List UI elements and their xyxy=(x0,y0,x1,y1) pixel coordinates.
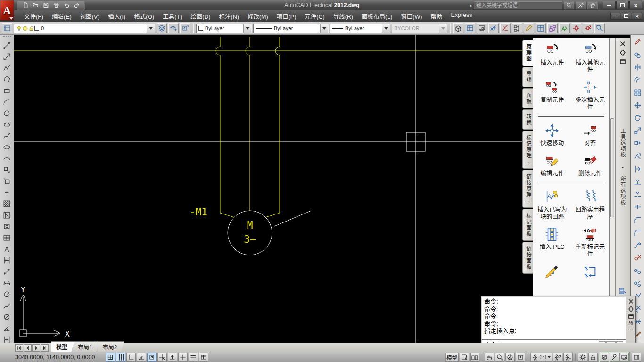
circle-icon[interactable] xyxy=(1,107,13,119)
quick-view-drawings-button[interactable] xyxy=(470,353,479,362)
annotation-visibility-button[interactable] xyxy=(553,353,562,362)
model-space-button[interactable]: 模型 xyxy=(445,353,459,362)
new-file-icon[interactable] xyxy=(20,1,30,9)
menu-file[interactable]: 文件(F) xyxy=(20,10,48,22)
menu-dimension[interactable]: 标注(N) xyxy=(215,10,243,22)
redo-icon[interactable] xyxy=(72,1,82,9)
prev-tab-icon[interactable] xyxy=(24,344,32,352)
snap-toggle[interactable] xyxy=(106,353,115,362)
blend-curves-icon[interactable] xyxy=(632,239,644,251)
lineweight-combo[interactable]: ByLayer xyxy=(330,24,390,33)
plot-icon[interactable] xyxy=(51,1,61,9)
menu-panel-layout[interactable]: 面板布局(L) xyxy=(357,10,396,22)
menu-help[interactable]: 帮助 xyxy=(426,10,446,22)
last-tab-icon[interactable] xyxy=(41,344,49,352)
zoom-window-icon[interactable] xyxy=(594,23,605,33)
copy-icon[interactable] xyxy=(632,48,644,60)
table-icon[interactable] xyxy=(1,232,13,243)
command-close-icon[interactable] xyxy=(627,298,634,304)
quick-view-layouts-button[interactable] xyxy=(460,353,469,362)
trim-icon[interactable] xyxy=(632,150,644,162)
palette-close-icon[interactable] xyxy=(619,40,627,48)
polygon-icon[interactable] xyxy=(1,74,13,85)
gradient-icon[interactable] xyxy=(1,209,13,221)
annotation-scale-button[interactable]: 1:1 xyxy=(530,353,552,362)
ungroup-icon[interactable] xyxy=(632,277,644,289)
palette-item-edit-component[interactable]: 编辑元件 xyxy=(533,153,571,177)
zoom-button[interactable] xyxy=(495,353,504,362)
grid-toggle[interactable] xyxy=(116,353,125,362)
menu-component[interactable]: 元件(C) xyxy=(300,10,329,22)
favorites-button[interactable] xyxy=(587,1,598,9)
dim-quick-icon[interactable] xyxy=(1,334,13,343)
doc-close-button[interactable]: × xyxy=(632,13,642,20)
dim-jogged-icon[interactable] xyxy=(1,300,13,311)
palette-item-circuit-utility[interactable]: 回路实用程序 xyxy=(571,189,610,221)
clean-screen-button[interactable] xyxy=(632,353,641,362)
break-icon[interactable] xyxy=(632,188,644,200)
layer-properties-manager-button[interactable] xyxy=(2,23,12,33)
chamfer-icon[interactable] xyxy=(632,214,644,226)
offset-icon[interactable] xyxy=(632,74,644,86)
palette-item-wire-sequence[interactable] xyxy=(571,263,610,280)
command-autohide-icon[interactable] xyxy=(627,305,634,312)
palette-tab-wires[interactable]: 导线 xyxy=(522,67,533,87)
scale-icon[interactable] xyxy=(632,124,644,137)
display-switch-button[interactable] xyxy=(619,353,629,362)
palette-tab-convert[interactable]: 转换 xyxy=(522,109,533,130)
mirror-icon[interactable] xyxy=(632,61,644,73)
ortho-toggle[interactable] xyxy=(126,353,136,362)
otrack-toggle[interactable] xyxy=(157,353,167,362)
lwt-toggle[interactable] xyxy=(189,353,198,362)
palette-item-multiple-insert[interactable]: 多次插入元件 xyxy=(571,79,610,111)
make-block-icon[interactable] xyxy=(1,175,13,187)
layer-combo[interactable]: 0 xyxy=(14,24,155,33)
color-combo[interactable]: ByLayer xyxy=(196,24,252,33)
acade-edit-attributes-icon[interactable] xyxy=(559,23,570,33)
polar-toggle[interactable] xyxy=(137,353,146,362)
group-icon[interactable] xyxy=(632,264,644,277)
workspace-switching-button[interactable] xyxy=(578,353,587,362)
extend-icon[interactable] xyxy=(632,163,644,175)
qp-toggle[interactable] xyxy=(199,353,208,362)
point-icon[interactable] xyxy=(1,187,13,198)
menu-tools[interactable]: 工具(T) xyxy=(158,10,186,22)
minimize-button[interactable] xyxy=(603,1,616,9)
dim-diameter-icon[interactable] xyxy=(1,311,13,322)
infocenter-search-button[interactable] xyxy=(564,1,574,9)
dim-radius-icon[interactable] xyxy=(1,288,13,300)
autoscale-button[interactable] xyxy=(563,353,573,362)
menu-express[interactable]: Express xyxy=(446,10,476,22)
toolbar-lock-button[interactable] xyxy=(588,353,598,362)
menu-insert[interactable]: 插入(I) xyxy=(104,10,130,22)
palette-properties-icon[interactable] xyxy=(619,58,627,66)
dim-aligned-icon[interactable] xyxy=(1,266,13,277)
move-icon[interactable] xyxy=(632,99,644,111)
steering-wheel-button[interactable] xyxy=(505,353,515,362)
palette-item-insert-component[interactable]: 插入元件 xyxy=(533,42,571,74)
communication-center-button[interactable] xyxy=(576,1,586,9)
palette-scrollbar-thumb[interactable] xyxy=(610,118,614,217)
first-tab-icon[interactable] xyxy=(15,344,23,352)
stretch-icon[interactable] xyxy=(632,137,644,149)
tab-layout1[interactable]: 布局1 xyxy=(73,341,99,352)
palette-scrollbar[interactable] xyxy=(610,38,615,297)
tab-layout2[interactable]: 布局2 xyxy=(98,341,124,352)
palette-tab-schematic[interactable]: 原理图 xyxy=(522,40,533,66)
palette-autohide-icon[interactable] xyxy=(619,49,627,57)
palette-item-insert-other-component[interactable]: 插入其他元件 xyxy=(571,42,610,74)
save-icon[interactable] xyxy=(41,1,50,9)
menu-modify[interactable]: 修改(M) xyxy=(243,10,272,22)
line-icon[interactable] xyxy=(1,40,13,51)
acade-terminal-edit-icon[interactable] xyxy=(583,23,593,33)
palette-item-copy-component[interactable]: 复制元件 xyxy=(533,79,571,111)
rectangle-icon[interactable] xyxy=(1,85,13,96)
acade-trim-wire-icon[interactable] xyxy=(500,23,511,33)
dyn-toggle[interactable] xyxy=(178,353,188,362)
linetype-combo[interactable]: ByLayer xyxy=(253,24,329,33)
arc-icon[interactable] xyxy=(1,96,13,107)
infocenter-expand-icon[interactable]: ▸ xyxy=(470,3,472,8)
pan-button[interactable] xyxy=(485,353,494,362)
palette-item-quick-move[interactable]: 快速移动 xyxy=(533,123,571,147)
palette-tab-tag-panel[interactable]: 标记面板 xyxy=(522,209,533,241)
